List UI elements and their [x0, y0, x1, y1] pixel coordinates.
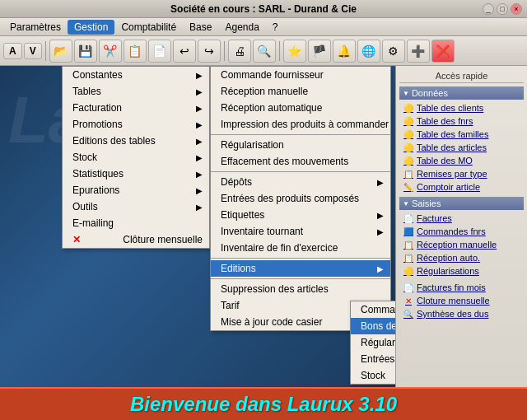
table-mo-icon: 🟡 — [403, 155, 414, 166]
section-donnees: Données — [399, 86, 524, 100]
window-controls[interactable]: _ □ × — [483, 3, 522, 15]
submenu-editions[interactable]: Editions▶ — [211, 260, 390, 277]
alert-button[interactable]: 🔔 — [333, 40, 356, 63]
menu-epurations[interactable]: Epurations▶ — [63, 182, 209, 198]
menu-stock[interactable]: Stock▶ — [63, 149, 209, 166]
submenu-entrees-composes[interactable]: Entrées des produits composés — [211, 190, 390, 207]
toolbar-v-button[interactable]: V — [24, 43, 42, 59]
editions-submenu-popup: Commandes fournisseurs Bons de réception… — [350, 301, 395, 385]
main-area: La Constantes▶ Tables▶ Facturation▶ Prom… — [0, 66, 527, 387]
menu-comptabilite[interactable]: Comptabilité — [114, 20, 183, 35]
submenu-suppression[interactable]: Suppression des articles — [211, 281, 390, 297]
maximize-button[interactable]: □ — [497, 3, 508, 15]
submenu-inventaire-fin[interactable]: Inventaire de fin d'exercice — [211, 240, 390, 256]
editions-commandes-fournisseurs[interactable]: Commandes fournisseurs — [351, 301, 395, 318]
section-saisies: Saisies — [399, 197, 524, 210]
link-cloture-mensuelle[interactable]: ✕ Cloture mensuelle — [399, 294, 524, 307]
menu-editions-tables[interactable]: Editions des tables▶ — [63, 133, 209, 149]
link-reception-auto[interactable]: 📋 Réception auto. — [399, 251, 524, 264]
menu-outils[interactable]: Outils▶ — [63, 198, 209, 215]
link-table-mo[interactable]: 🟡 Table des MO — [399, 154, 524, 167]
title-bar: Société en cours : SARL - Durand & Cie _… — [0, 0, 527, 18]
cut-button[interactable]: ✂️ — [99, 40, 122, 63]
toolbar-separator-3 — [279, 41, 280, 61]
menu-emailing[interactable]: E-mailing — [63, 215, 209, 231]
submenu-depots[interactable]: Dépôts▶ — [211, 174, 390, 190]
submenu-inventaire-tournant[interactable]: Inventaire tournant▶ — [211, 223, 390, 240]
menu-promotions[interactable]: Promotions▶ — [63, 116, 209, 133]
menu-tables[interactable]: Tables▶ — [63, 83, 209, 100]
editions-regularisations[interactable]: Régularisations — [351, 334, 395, 351]
save-button[interactable]: 💾 — [74, 40, 97, 63]
search-button[interactable]: 🔍 — [253, 40, 276, 63]
link-table-fnrs[interactable]: 🟡 Table des fnrs — [399, 114, 524, 128]
submenu-sep-4 — [211, 278, 390, 279]
table-articles-icon: 🟡 — [403, 142, 414, 153]
link-remises[interactable]: 📋 Remises par type — [399, 167, 524, 180]
globe-button[interactable]: 🌐 — [357, 40, 380, 63]
submenu-reception-auto[interactable]: Réception automatique — [211, 100, 390, 116]
table-clients-icon: 🟡 — [403, 102, 414, 114]
print-button[interactable]: 🖨 — [228, 40, 251, 63]
paste-button[interactable]: 📋 — [124, 40, 147, 63]
editions-entrees-composes[interactable]: Entrées des produits composés — [351, 351, 395, 367]
factures-icon: 📄 — [403, 212, 414, 224]
commandes-fnrs-icon: 🟦 — [403, 226, 414, 237]
toolbar-a-button[interactable]: A — [3, 43, 22, 59]
link-comptoir[interactable]: ✏️ Comptoir article — [399, 180, 524, 194]
submenu-regularisation[interactable]: Régularisation — [211, 137, 390, 153]
submenu-sep-2 — [211, 171, 390, 172]
submenu-effacement[interactable]: Effacement des mouvements — [211, 153, 390, 170]
settings-button[interactable]: ⚙ — [382, 40, 405, 63]
redo-button[interactable]: ↪ — [198, 40, 221, 63]
menu-statistiques[interactable]: Statistiques▶ — [63, 166, 209, 182]
new-button[interactable]: 📄 — [148, 40, 171, 63]
menu-cloture[interactable]: ✕ Clôture mensuelle — [63, 231, 209, 248]
flag-button[interactable]: 🏴 — [308, 40, 331, 63]
link-factures-fin-mois[interactable]: 📄 Factures fin mois — [399, 281, 524, 294]
link-table-clients[interactable]: 🟡 Table des clients — [399, 101, 524, 114]
link-table-familles[interactable]: 🟡 Table des familles — [399, 128, 524, 141]
toolbar-separator-2 — [224, 41, 225, 61]
menu-gestion[interactable]: Gestion — [68, 20, 114, 35]
table-fnrs-icon: 🟡 — [403, 115, 414, 127]
table-familles-icon: 🟡 — [403, 128, 414, 140]
star-button[interactable]: ⭐ — [283, 40, 306, 63]
open-button[interactable]: 📂 — [49, 40, 72, 63]
menu-agenda[interactable]: Agenda — [218, 20, 265, 35]
undo-button[interactable]: ↩ — [173, 40, 196, 63]
close-button[interactable]: × — [511, 3, 522, 15]
panel-title: Accès rapide — [399, 69, 524, 83]
synthese-icon: 🔍 — [403, 308, 414, 320]
content-area: La Constantes▶ Tables▶ Facturation▶ Prom… — [0, 66, 395, 387]
link-commandes-fnrs[interactable]: 🟦 Commandes fnrs — [399, 225, 524, 238]
bottom-banner: Bienvenue dans Laurux 3.10 — [0, 387, 527, 420]
editions-bons-reception[interactable]: Bons de réception — [351, 318, 395, 334]
menu-base[interactable]: Base — [183, 20, 218, 35]
minimize-button[interactable]: _ — [483, 3, 494, 15]
menu-help[interactable]: ? — [266, 20, 285, 35]
menu-bar: Paramètres Gestion Comptabilité Base Age… — [0, 18, 527, 36]
reception-manuelle-icon: 📋 — [403, 239, 414, 250]
link-synthese-dus[interactable]: 🔍 Synthèse des dus — [399, 307, 524, 320]
regularisations-icon: 🟡 — [403, 265, 414, 277]
link-reception-manuelle[interactable]: 📋 Réception manuelle — [399, 238, 524, 251]
close-toolbar-button[interactable]: ❌ — [431, 40, 455, 63]
add-button[interactable]: ➕ — [407, 40, 430, 63]
right-panel: Accès rapide Données 🟡 Table des clients… — [395, 66, 527, 387]
cloture-icon: ✕ — [403, 295, 414, 306]
submenu-etiquettes[interactable]: Etiquettes▶ — [211, 207, 390, 223]
submenu-impression-produits[interactable]: Impression des produits à commander — [211, 116, 390, 133]
submenu-reception-manuelle[interactable]: Réception manuelle — [211, 83, 390, 100]
editions-stock[interactable]: Stock — [351, 367, 395, 384]
link-table-articles[interactable]: 🟡 Table des articles — [399, 141, 524, 154]
factures-fin-mois-icon: 📄 — [403, 282, 414, 293]
submenu-commande-fournisseur[interactable]: Commande fournisseur — [211, 67, 390, 83]
menu-parametres[interactable]: Paramètres — [3, 20, 68, 35]
link-regularisations[interactable]: 🟡 Régularisations — [399, 264, 524, 278]
window-title: Société en cours : SARL - Durand & Cie — [170, 3, 357, 15]
menu-constantes[interactable]: Constantes▶ — [63, 67, 209, 83]
gestion-menu-popup: Constantes▶ Tables▶ Facturation▶ Promoti… — [62, 66, 210, 249]
link-factures[interactable]: 📄 Factures — [399, 212, 524, 225]
menu-facturation[interactable]: Facturation▶ — [63, 100, 209, 116]
